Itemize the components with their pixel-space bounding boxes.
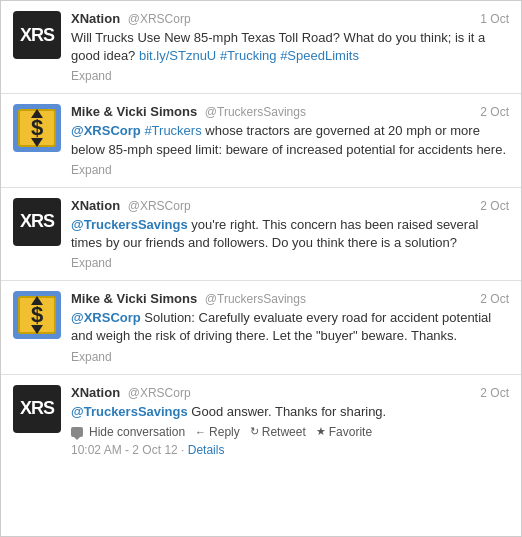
tweet-author: Mike & Vicki Simons	[71, 104, 197, 119]
tweet-date: 2 Oct	[480, 199, 509, 213]
tweet-hashtag[interactable]: #Truckers	[144, 123, 201, 138]
tweet-item: $ Mike & Vicki Simons @TruckersSavings 2…	[1, 94, 521, 187]
tweet-item: XRS XNation @XRSCorp 2 Oct @TruckersSavi…	[1, 188, 521, 281]
reply-button[interactable]: ← Reply	[195, 425, 240, 439]
tweet-item: $ Mike & Vicki Simons @TruckersSavings 2…	[1, 281, 521, 374]
triangle-bottom-icon	[31, 325, 43, 334]
tweet-author-area: Mike & Vicki Simons @TruckersSavings	[71, 291, 306, 306]
tweet-author-area: XNation @XRSCorp	[71, 198, 191, 213]
tweet-list: XRS XNation @XRSCorp 1 Oct Will Trucks U…	[1, 1, 521, 467]
expand-button[interactable]: Expand	[71, 350, 509, 364]
tweet-text: @TruckersSavings Good answer. Thanks for…	[71, 403, 509, 421]
hide-conversation-label: Hide conversation	[89, 425, 185, 439]
star-icon: ★	[316, 425, 326, 438]
tweet-text: @TruckersSavings you're right. This conc…	[71, 216, 509, 252]
tweet-author: Mike & Vicki Simons	[71, 291, 197, 306]
triangle-top-icon	[31, 109, 43, 118]
tweet-author-area: Mike & Vicki Simons @TruckersSavings	[71, 104, 306, 119]
tweet-header: XNation @XRSCorp 2 Oct	[71, 385, 509, 400]
hide-conversation-button[interactable]: Hide conversation	[71, 425, 185, 439]
conversation-icon	[71, 427, 83, 437]
tweet-mention: @XRSCorp	[71, 123, 141, 138]
tweet-hashtag[interactable]: #Trucking	[220, 48, 277, 63]
tweet-timestamp: 10:02 AM - 2 Oct 12 ·	[71, 443, 188, 457]
tweet-header: Mike & Vicki Simons @TruckersSavings 2 O…	[71, 104, 509, 119]
retweet-icon: ↻	[250, 425, 259, 438]
expand-button[interactable]: Expand	[71, 69, 509, 83]
tweet-handle: @TruckersSavings	[205, 292, 306, 306]
tweet-author-area: XNation @XRSCorp	[71, 11, 191, 26]
tweet-item: XRS XNation @XRSCorp 2 Oct @TruckersSavi…	[1, 375, 521, 467]
tweet-meta: 10:02 AM - 2 Oct 12 · Details	[71, 443, 509, 457]
tweet-hashtag[interactable]: #SpeedLimits	[280, 48, 359, 63]
tweet-text: Will Trucks Use New 85-mph Texas Toll Ro…	[71, 29, 509, 65]
triangle-bottom-icon	[31, 138, 43, 147]
tweet-author: XNation	[71, 198, 120, 213]
tweet-date: 1 Oct	[480, 12, 509, 26]
avatar: $	[13, 104, 61, 152]
tweet-author-area: XNation @XRSCorp	[71, 385, 191, 400]
expand-button[interactable]: Expand	[71, 163, 509, 177]
tweet-mention: @XRSCorp	[71, 310, 141, 325]
triangle-top-icon	[31, 296, 43, 305]
reply-icon: ←	[195, 426, 206, 438]
tweet-text: @XRSCorp Solution: Carefully evaluate ev…	[71, 309, 509, 345]
details-link[interactable]: Details	[188, 443, 225, 457]
tweet-header: Mike & Vicki Simons @TruckersSavings 2 O…	[71, 291, 509, 306]
tweet-content: Mike & Vicki Simons @TruckersSavings 2 O…	[71, 291, 509, 363]
tweet-handle: @XRSCorp	[128, 386, 191, 400]
tweet-date: 2 Oct	[480, 292, 509, 306]
tweet-mention: @TruckersSavings	[71, 217, 188, 232]
tweet-handle: @XRSCorp	[128, 199, 191, 213]
tweet-content: XNation @XRSCorp 1 Oct Will Trucks Use N…	[71, 11, 509, 83]
avatar: XRS	[13, 11, 61, 59]
tweet-handle: @XRSCorp	[128, 12, 191, 26]
avatar: XRS	[13, 385, 61, 433]
tweet-actions: Hide conversation ← Reply ↻ Retweet ★ Fa…	[71, 425, 509, 439]
tweet-header: XNation @XRSCorp 2 Oct	[71, 198, 509, 213]
tweet-link[interactable]: bit.ly/STznuU	[139, 48, 216, 63]
retweet-button[interactable]: ↻ Retweet	[250, 425, 306, 439]
tweet-content: XNation @XRSCorp 2 Oct @TruckersSavings …	[71, 198, 509, 270]
tweet-content: Mike & Vicki Simons @TruckersSavings 2 O…	[71, 104, 509, 176]
retweet-label: Retweet	[262, 425, 306, 439]
tweet-date: 2 Oct	[480, 386, 509, 400]
tweet-item: XRS XNation @XRSCorp 1 Oct Will Trucks U…	[1, 1, 521, 94]
avatar: XRS	[13, 198, 61, 246]
tweet-header: XNation @XRSCorp 1 Oct	[71, 11, 509, 26]
tweet-handle: @TruckersSavings	[205, 105, 306, 119]
tweet-author: XNation	[71, 385, 120, 400]
tweet-content: XNation @XRSCorp 2 Oct @TruckersSavings …	[71, 385, 509, 457]
expand-button[interactable]: Expand	[71, 256, 509, 270]
reply-label: Reply	[209, 425, 240, 439]
tweet-date: 2 Oct	[480, 105, 509, 119]
favorite-button[interactable]: ★ Favorite	[316, 425, 372, 439]
avatar: $	[13, 291, 61, 339]
tweet-mention: @TruckersSavings	[71, 404, 188, 419]
tweet-author: XNation	[71, 11, 120, 26]
favorite-label: Favorite	[329, 425, 372, 439]
tweet-text: @XRSCorp #Truckers whose tractors are go…	[71, 122, 509, 158]
